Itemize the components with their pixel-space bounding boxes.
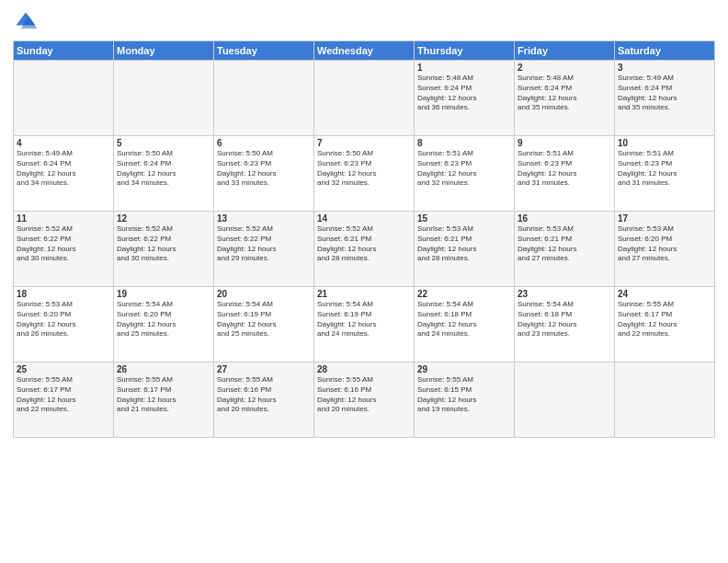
day-number: 4 — [17, 138, 110, 148]
day-detail: Sunrise: 5:51 AM Sunset: 6:23 PM Dayligh… — [618, 149, 711, 189]
calendar-cell: 4Sunrise: 5:49 AM Sunset: 6:24 PM Daylig… — [14, 136, 114, 212]
day-number: 23 — [518, 289, 611, 299]
day-number: 14 — [317, 213, 411, 224]
day-detail: Sunrise: 5:52 AM Sunset: 6:22 PM Dayligh… — [117, 224, 210, 264]
calendar-cell: 25Sunrise: 5:55 AM Sunset: 6:17 PM Dayli… — [14, 362, 114, 438]
day-header-tuesday: Tuesday — [214, 41, 314, 61]
day-number: 20 — [217, 289, 311, 299]
calendar-page: SundayMondayTuesdayWednesdayThursdayFrid… — [0, 0, 728, 563]
calendar-cell: 16Sunrise: 5:53 AM Sunset: 6:21 PM Dayli… — [515, 212, 615, 287]
day-number: 9 — [518, 138, 611, 148]
day-detail: Sunrise: 5:53 AM Sunset: 6:20 PM Dayligh… — [618, 224, 711, 264]
day-detail: Sunrise: 5:55 AM Sunset: 6:17 PM Dayligh… — [17, 375, 110, 415]
calendar-cell: 19Sunrise: 5:54 AM Sunset: 6:20 PM Dayli… — [114, 287, 214, 362]
day-number: 28 — [317, 364, 411, 374]
day-detail: Sunrise: 5:50 AM Sunset: 6:23 PM Dayligh… — [317, 149, 411, 189]
header-row: SundayMondayTuesdayWednesdayThursdayFrid… — [14, 41, 715, 61]
calendar-cell: 18Sunrise: 5:53 AM Sunset: 6:20 PM Dayli… — [14, 287, 114, 362]
day-detail: Sunrise: 5:52 AM Sunset: 6:22 PM Dayligh… — [17, 224, 110, 264]
calendar-cell — [615, 362, 715, 438]
calendar-cell: 27Sunrise: 5:55 AM Sunset: 6:16 PM Dayli… — [214, 362, 314, 438]
day-detail: Sunrise: 5:55 AM Sunset: 6:17 PM Dayligh… — [618, 300, 711, 339]
calendar-cell: 7Sunrise: 5:50 AM Sunset: 6:23 PM Daylig… — [314, 136, 415, 212]
calendar-cell — [214, 61, 314, 136]
day-number: 18 — [17, 289, 110, 299]
calendar-cell: 23Sunrise: 5:54 AM Sunset: 6:18 PM Dayli… — [515, 287, 615, 362]
day-number: 13 — [217, 213, 311, 224]
day-detail: Sunrise: 5:55 AM Sunset: 6:16 PM Dayligh… — [317, 375, 411, 415]
day-detail: Sunrise: 5:51 AM Sunset: 6:23 PM Dayligh… — [518, 149, 611, 189]
calendar-header: SundayMondayTuesdayWednesdayThursdayFrid… — [14, 41, 715, 61]
day-header-monday: Monday — [114, 41, 214, 61]
calendar-cell: 9Sunrise: 5:51 AM Sunset: 6:23 PM Daylig… — [515, 136, 615, 212]
day-detail: Sunrise: 5:52 AM Sunset: 6:21 PM Dayligh… — [317, 224, 411, 264]
calendar-cell: 22Sunrise: 5:54 AM Sunset: 6:18 PM Dayli… — [415, 287, 515, 362]
day-detail: Sunrise: 5:54 AM Sunset: 6:20 PM Dayligh… — [117, 300, 210, 339]
day-header-thursday: Thursday — [415, 41, 515, 61]
day-number: 16 — [518, 213, 611, 224]
day-detail: Sunrise: 5:52 AM Sunset: 6:22 PM Dayligh… — [217, 224, 311, 264]
calendar-cell: 1Sunrise: 5:48 AM Sunset: 6:24 PM Daylig… — [415, 61, 515, 136]
day-number: 6 — [217, 138, 311, 148]
day-detail: Sunrise: 5:49 AM Sunset: 6:24 PM Dayligh… — [618, 74, 711, 113]
day-number: 17 — [618, 213, 711, 224]
day-detail: Sunrise: 5:54 AM Sunset: 6:18 PM Dayligh… — [518, 300, 611, 339]
day-number: 26 — [117, 364, 210, 374]
day-number: 29 — [417, 364, 511, 374]
day-number: 25 — [17, 364, 110, 374]
day-detail: Sunrise: 5:49 AM Sunset: 6:24 PM Dayligh… — [17, 149, 110, 189]
day-detail: Sunrise: 5:54 AM Sunset: 6:19 PM Dayligh… — [217, 300, 311, 339]
calendar-cell: 6Sunrise: 5:50 AM Sunset: 6:23 PM Daylig… — [214, 136, 314, 212]
calendar-cell: 28Sunrise: 5:55 AM Sunset: 6:16 PM Dayli… — [314, 362, 415, 438]
day-detail: Sunrise: 5:54 AM Sunset: 6:18 PM Dayligh… — [417, 300, 511, 339]
calendar-cell — [314, 61, 415, 136]
logo — [13, 9, 42, 35]
calendar-cell: 12Sunrise: 5:52 AM Sunset: 6:22 PM Dayli… — [114, 212, 214, 287]
day-number: 8 — [417, 138, 511, 148]
day-number: 5 — [117, 138, 210, 148]
calendar-cell: 2Sunrise: 5:48 AM Sunset: 6:24 PM Daylig… — [515, 61, 615, 136]
day-detail: Sunrise: 5:48 AM Sunset: 6:24 PM Dayligh… — [518, 74, 611, 113]
calendar-cell: 11Sunrise: 5:52 AM Sunset: 6:22 PM Dayli… — [14, 212, 114, 287]
day-detail: Sunrise: 5:51 AM Sunset: 6:23 PM Dayligh… — [417, 149, 511, 189]
calendar-body: 1Sunrise: 5:48 AM Sunset: 6:24 PM Daylig… — [14, 61, 715, 438]
calendar-cell: 3Sunrise: 5:49 AM Sunset: 6:24 PM Daylig… — [615, 61, 715, 136]
calendar-cell: 24Sunrise: 5:55 AM Sunset: 6:17 PM Dayli… — [615, 287, 715, 362]
week-row-3: 11Sunrise: 5:52 AM Sunset: 6:22 PM Dayli… — [14, 212, 715, 287]
day-header-sunday: Sunday — [14, 41, 114, 61]
calendar-cell: 14Sunrise: 5:52 AM Sunset: 6:21 PM Dayli… — [314, 212, 415, 287]
day-detail: Sunrise: 5:50 AM Sunset: 6:23 PM Dayligh… — [217, 149, 311, 189]
calendar-cell: 29Sunrise: 5:55 AM Sunset: 6:15 PM Dayli… — [415, 362, 515, 438]
calendar-cell — [114, 61, 214, 136]
calendar-cell: 21Sunrise: 5:54 AM Sunset: 6:19 PM Dayli… — [314, 287, 415, 362]
day-detail: Sunrise: 5:53 AM Sunset: 6:21 PM Dayligh… — [417, 224, 511, 264]
calendar-cell — [515, 362, 615, 438]
day-number: 7 — [317, 138, 411, 148]
week-row-5: 25Sunrise: 5:55 AM Sunset: 6:17 PM Dayli… — [14, 362, 715, 438]
calendar-cell: 15Sunrise: 5:53 AM Sunset: 6:21 PM Dayli… — [415, 212, 515, 287]
day-number: 21 — [317, 289, 411, 299]
calendar-cell: 17Sunrise: 5:53 AM Sunset: 6:20 PM Dayli… — [615, 212, 715, 287]
day-number: 10 — [618, 138, 711, 148]
day-number: 24 — [618, 289, 711, 299]
header — [13, 9, 715, 35]
day-number: 19 — [117, 289, 210, 299]
day-number: 15 — [417, 213, 511, 224]
calendar-cell: 20Sunrise: 5:54 AM Sunset: 6:19 PM Dayli… — [214, 287, 314, 362]
calendar-cell: 8Sunrise: 5:51 AM Sunset: 6:23 PM Daylig… — [415, 136, 515, 212]
day-detail: Sunrise: 5:53 AM Sunset: 6:21 PM Dayligh… — [518, 224, 611, 264]
day-detail: Sunrise: 5:50 AM Sunset: 6:24 PM Dayligh… — [117, 149, 210, 189]
day-header-friday: Friday — [515, 41, 615, 61]
calendar-cell: 10Sunrise: 5:51 AM Sunset: 6:23 PM Dayli… — [615, 136, 715, 212]
day-number: 3 — [618, 63, 711, 73]
day-detail: Sunrise: 5:55 AM Sunset: 6:16 PM Dayligh… — [217, 375, 311, 415]
day-header-saturday: Saturday — [615, 41, 715, 61]
calendar-cell: 13Sunrise: 5:52 AM Sunset: 6:22 PM Dayli… — [214, 212, 314, 287]
calendar-cell: 26Sunrise: 5:55 AM Sunset: 6:17 PM Dayli… — [114, 362, 214, 438]
calendar-cell: 5Sunrise: 5:50 AM Sunset: 6:24 PM Daylig… — [114, 136, 214, 212]
day-number: 12 — [117, 213, 210, 224]
day-detail: Sunrise: 5:53 AM Sunset: 6:20 PM Dayligh… — [17, 300, 110, 339]
day-detail: Sunrise: 5:54 AM Sunset: 6:19 PM Dayligh… — [317, 300, 411, 339]
day-number: 1 — [417, 63, 511, 73]
day-detail: Sunrise: 5:55 AM Sunset: 6:17 PM Dayligh… — [117, 375, 210, 415]
